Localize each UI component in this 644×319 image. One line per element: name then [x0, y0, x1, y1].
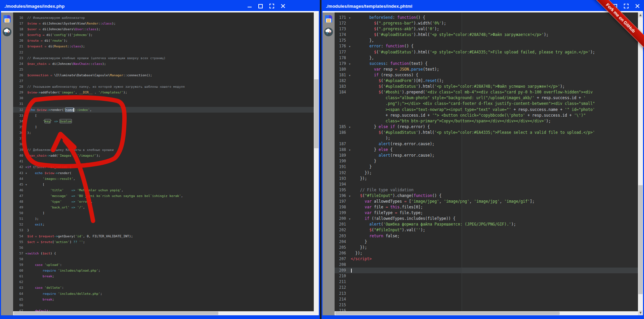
- code-line: 23// Инициализируем хлебные крошки (цепо…: [13, 55, 314, 61]
- code-line: 47 'message' => 'BU joyni ko`rish uchun …: [13, 193, 314, 199]
- code-line: 33▾ [: [13, 113, 314, 118]
- code-line: 21$request = di(Request::class);: [13, 43, 314, 49]
- code-line: 58: [13, 256, 314, 262]
- github-ribbon-container: Fork me on GitHub: [586, 0, 644, 58]
- code-editor-left[interactable]: 16// Инициализируем шаблонизатор17$view …: [13, 12, 314, 311]
- code-line: 65 break;: [13, 296, 314, 302]
- cloud-sync-icon[interactable]: [324, 27, 333, 37]
- code-line: 39// Добавляем ссылку Контакты в хлебные…: [13, 147, 314, 153]
- code-line: 50 ]: [13, 210, 314, 216]
- code-line: 19$config = di('config')['johncms'];: [13, 32, 314, 38]
- code-line: 60 require 'includes/upload.php';: [13, 268, 314, 273]
- save-icon[interactable]: [3, 14, 11, 23]
- save-icon[interactable]: [324, 14, 333, 23]
- scrollbar-thumb[interactable]: [14, 312, 218, 315]
- code-line: 29$view->addFolder('images', __DIR__ . '…: [13, 89, 314, 95]
- code-line: 54$id = $request->getQuery('id', 0, FILT…: [13, 233, 314, 239]
- code-line: 31: [13, 101, 314, 107]
- code-line: 32▾echo $view->render('name::index',: [13, 107, 314, 113]
- code-line: 25: [13, 67, 314, 72]
- code-line: 30: [13, 95, 314, 101]
- code-line: 45▾ [: [13, 182, 314, 187]
- code-line: 48 'type' => 'error',: [13, 199, 314, 204]
- code-line: 17$view = di(Johncms\System\View\Render:…: [13, 21, 314, 26]
- code-line: 36);: [13, 130, 314, 135]
- code-line: 34 'key' => $value: [13, 118, 314, 124]
- vertical-scrollbar-right[interactable]: ▲ ▼: [638, 12, 643, 315]
- code-line: 59 case 'upload':: [13, 262, 314, 268]
- titlebar-left[interactable]: ./modules/images/index.php: [1, 1, 319, 11]
- code-line: 46 'title' => 'Mehmonlar uchun yopiq',: [13, 187, 314, 193]
- close-icon[interactable]: [281, 4, 285, 8]
- code-line: 37: [13, 135, 314, 141]
- code-line: 44 'images::result',: [13, 176, 314, 182]
- code-line: 26$connection = \Illuminate\Database\Cap…: [13, 72, 314, 78]
- scroll-down-icon[interactable]: ▼: [638, 310, 643, 315]
- window-controls: [247, 1, 285, 11]
- code-line: 52 exit;: [13, 222, 314, 227]
- code-line: 67 default:: [13, 308, 314, 311]
- code-line: 51 );: [13, 216, 314, 222]
- fork-me-on-github-ribbon[interactable]: Fork me on GitHub: [587, 0, 644, 51]
- editor-sidebar: [323, 12, 335, 315]
- code-line: 20$route = di('route');: [13, 38, 314, 43]
- code-line: 63 case 'dellete':: [13, 285, 314, 290]
- code-line: 61 break;: [13, 273, 314, 279]
- code-line: 66: [13, 302, 314, 308]
- window-title-left: ./modules/images/index.php: [1, 4, 65, 9]
- code-line: 62: [13, 279, 314, 285]
- scrollbar-thumb[interactable]: [335, 312, 560, 315]
- maximize-icon[interactable]: [269, 4, 274, 8]
- editor-sidebar: [1, 12, 13, 315]
- window-content: 16// Инициализируем шаблонизатор17$view …: [1, 11, 319, 315]
- code-line: 22: [13, 49, 314, 55]
- code-line: 49 'back_url' => '/',: [13, 204, 314, 210]
- code-line: 40$nav_chain->add('Images', '/images/');: [13, 153, 314, 158]
- desktop: ./modules/images/index.php: [0, 0, 644, 319]
- code-line: 27: [13, 78, 314, 84]
- code-line: 18$user = di(Johncms\Users\User::class);: [13, 26, 314, 32]
- restore-icon[interactable]: [258, 4, 263, 8]
- horizontal-scrollbar-left[interactable]: [13, 311, 314, 315]
- code-line: 28// Указываем шаблонизатору папку, из к…: [13, 84, 314, 89]
- left-editor-window: ./modules/images/index.php: [0, 0, 320, 319]
- cloud-sync-icon[interactable]: [2, 27, 12, 37]
- scrollbar-thumb[interactable]: [314, 79, 318, 148]
- horizontal-scrollbar-right[interactable]: [335, 311, 638, 315]
- code-line: 42▾if (!$user->is_valid) {: [13, 164, 314, 170]
- code-line: 55$act = $route['action'] ?? '';: [13, 239, 314, 245]
- code-line: 24$nav_chain = di(Johncms\NavChain::clas…: [13, 61, 314, 67]
- code-line: 57▾switch ($act) {: [13, 250, 314, 256]
- code-line: 41: [13, 158, 314, 164]
- code-line: 53}: [13, 227, 314, 233]
- vertical-scrollbar-left[interactable]: [314, 12, 319, 315]
- code-line: 38: [13, 141, 314, 147]
- code-line: 64 require 'includes/dellete.php';: [13, 291, 314, 296]
- window-title-right: ./modules/images/templates/index.phtml: [323, 4, 413, 9]
- code-line: 56: [13, 245, 314, 250]
- minimize-icon[interactable]: [247, 4, 252, 8]
- code-line: 16// Инициализируем шаблонизатор: [13, 15, 314, 21]
- code-line: 35 ]: [13, 124, 314, 130]
- code-line: 43▾ echo $view->render(: [13, 170, 314, 176]
- scrollbar-thumb[interactable]: [638, 185, 643, 294]
